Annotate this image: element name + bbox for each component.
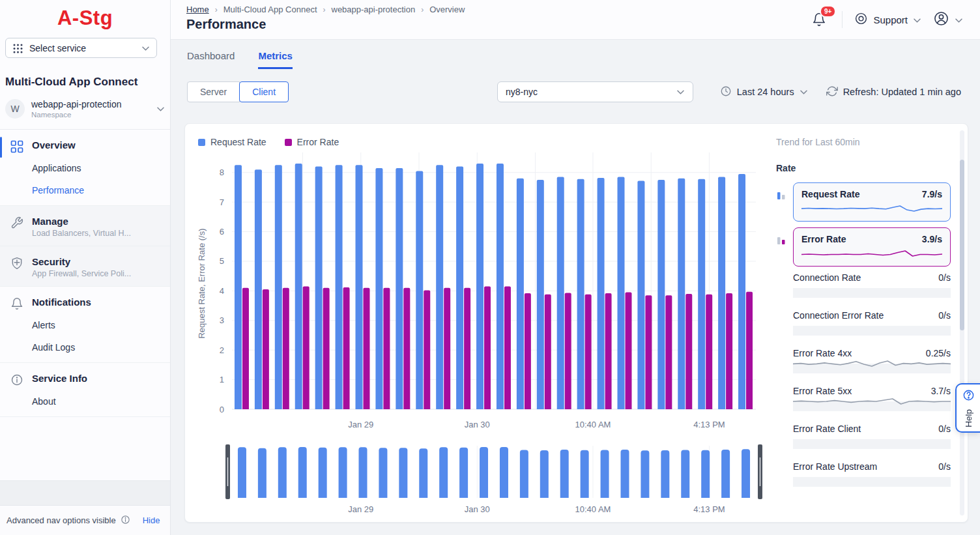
namespace-name: webapp-api-protection [31, 99, 122, 109]
sidebar-item-security[interactable]: SecurityApp Firewall, Service Poli... [0, 250, 170, 282]
bar-request-rate [336, 165, 343, 409]
trend-metric-card-error-rate[interactable]: Error Rate3.9/s [793, 227, 951, 267]
trend-metric-error-rate-5xx[interactable]: Error Rate 5xx3.7/s [793, 386, 951, 411]
sidebar-item-subtitle: Load Balancers, Virtual H... [32, 229, 131, 238]
nav-bar [419, 448, 427, 498]
metric-label: Error Rate [801, 234, 846, 244]
metric-value: 7.9/s [922, 189, 942, 199]
bar-error-rate [605, 293, 612, 409]
notifications-button[interactable]: 9+ [812, 10, 830, 29]
question-circle-icon [962, 389, 975, 404]
legend-label: Request Rate [210, 137, 267, 147]
bar-request-rate [416, 171, 423, 409]
hide-advanced-nav-link[interactable]: Hide [143, 515, 160, 525]
sidebar-section-notifications: NotificationsAlertsAudit Logs [0, 287, 170, 363]
sidebar-item-service-info[interactable]: Service Info [0, 366, 170, 390]
y-tick-label: 8 [220, 167, 224, 177]
apps-grid-icon [12, 43, 23, 54]
refresh-button[interactable]: Refresh: Updated 1 min ago [826, 85, 961, 99]
namespace-selector[interactable]: W webapp-api-protection Namespace [5, 99, 165, 119]
trend-metric-error-rate-upstream[interactable]: Error Rate Upstream0/s [793, 461, 951, 487]
legend-item-request-rate[interactable]: Request Rate [198, 137, 267, 147]
bar-request-rate [718, 177, 725, 409]
sidebar-item-manage[interactable]: ManageLoad Balancers, Virtual H... [0, 209, 170, 242]
metric-value: 0/s [938, 272, 951, 283]
clock-icon [720, 85, 732, 99]
nav-bar [661, 450, 669, 498]
nav-bar [621, 450, 629, 498]
nav-bar [540, 450, 549, 498]
main-chart[interactable]: 012345678Jan 29Jan 3010:40 AM4:13 PMRequ… [194, 149, 765, 439]
bell-icon [10, 297, 23, 310]
trend-panel-title: Trend for Last 60min [776, 137, 951, 147]
breadcrumb-item-multi-cloud-app-connect[interactable]: Multi-Cloud App Connect [223, 5, 317, 14]
time-range-dropdown[interactable]: Last 24 hours [720, 85, 808, 99]
metrics-card: Request RateError Rate 012345678Jan 29Ja… [184, 123, 968, 523]
bar-error-rate [565, 293, 571, 409]
sidebar-item-audit-logs[interactable]: Audit Logs [0, 336, 170, 358]
bar-error-rate [525, 293, 531, 409]
metric-label: Error Rate Upstream [793, 461, 877, 472]
nav-bar [742, 449, 750, 498]
y-tick-label: 5 [220, 256, 224, 266]
x-tick-label: 4:13 PM [693, 420, 725, 429]
bar-request-rate [698, 179, 705, 409]
overview-grid-icon [10, 140, 23, 153]
tab-metrics[interactable]: Metrics [258, 50, 293, 69]
sidebar-item-notifications[interactable]: Notifications [0, 290, 170, 314]
nav-bar [641, 450, 649, 498]
x-tick-label: Jan 30 [465, 420, 490, 429]
site-selector-value: ny8-nyc [506, 87, 538, 97]
nav-bar [439, 447, 448, 498]
bar-error-rate [726, 293, 732, 409]
toggle-server[interactable]: Server [187, 81, 240, 102]
bar-request-rate [537, 180, 544, 409]
metric-value: 0/s [938, 310, 951, 321]
sidebar-item-performance[interactable]: Performance [0, 179, 170, 201]
trend-scrollbar-thumb[interactable] [960, 160, 964, 330]
metric-label: Request Rate [801, 189, 859, 199]
account-menu-button[interactable] [933, 10, 963, 29]
navigator-handle-left[interactable] [225, 444, 230, 499]
bar-error-rate [504, 287, 511, 409]
support-menu-button[interactable]: Support [854, 12, 921, 27]
bar-request-rate [295, 164, 302, 409]
info-icon[interactable] [121, 515, 130, 527]
trend-metric-error-rate-4xx[interactable]: Error Rate 4xx0.25/s [793, 348, 951, 373]
navigator-handle-right[interactable] [758, 444, 762, 499]
nav-bar [581, 450, 589, 498]
namespace-avatar: W [5, 99, 25, 119]
sparkline [793, 396, 951, 407]
sidebar-item-overview[interactable]: Overview [0, 133, 170, 157]
toggle-client[interactable]: Client [239, 81, 289, 102]
trend-metric-connection-rate[interactable]: Connection Rate0/s [793, 272, 951, 298]
trend-metric-connection-error-rate[interactable]: Connection Error Rate0/s [793, 310, 951, 336]
trend-metric-card-request-rate[interactable]: Request Rate7.9/s [793, 182, 951, 222]
sidebar-item-applications[interactable]: Applications [0, 157, 170, 179]
bar-error-rate [383, 288, 390, 409]
sidebar-spacer [0, 417, 170, 480]
y-tick-label: 6 [220, 227, 224, 237]
navigator-chart[interactable]: Jan 29Jan 3010:40 AM4:13 PM [194, 439, 765, 516]
trend-metric-error-rate-client[interactable]: Error Rate Client0/s [793, 424, 951, 449]
tab-dashboard[interactable]: Dashboard [187, 50, 235, 69]
sidebar-item-about[interactable]: About [0, 390, 170, 412]
breadcrumb-item-webapp-api-protection[interactable]: webapp-api-protection [332, 5, 416, 14]
bar-error-rate [484, 287, 491, 409]
select-service-dropdown[interactable]: Select service [5, 38, 157, 58]
refresh-icon [826, 85, 838, 99]
controls-row: ServerClient ny8-nyc Last 24 hours Refre… [171, 80, 980, 113]
bar-error-rate [323, 288, 330, 409]
wrench-icon [10, 216, 23, 229]
support-label: Support [873, 14, 908, 25]
bar-error-rate [424, 290, 430, 409]
page-title: Performance [186, 17, 465, 32]
product-title: Multi-Cloud App Connect [5, 76, 165, 89]
legend-item-error-rate[interactable]: Error Rate [285, 137, 339, 147]
sidebar-item-alerts[interactable]: Alerts [0, 314, 170, 336]
site-selector-dropdown[interactable]: ny8-nyc [497, 81, 693, 102]
breadcrumb-item-home[interactable]: Home [186, 5, 209, 14]
help-button[interactable]: Help [955, 383, 980, 433]
server-client-toggle: ServerClient [187, 81, 289, 102]
bar-request-rate [396, 168, 403, 409]
